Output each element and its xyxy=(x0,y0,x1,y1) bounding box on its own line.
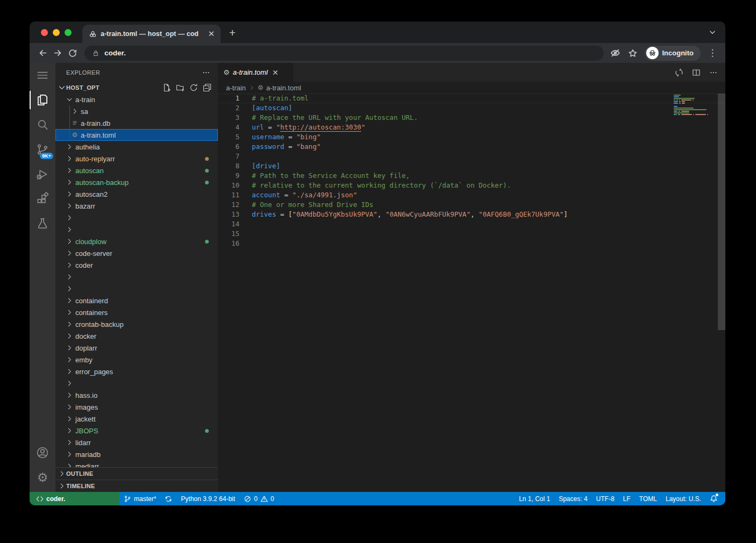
code-line-4[interactable]: 4url = "http://autoscan:3030" xyxy=(218,123,725,132)
tree-item-docker[interactable]: docker xyxy=(55,330,218,342)
tree-item-images[interactable]: images xyxy=(55,401,218,413)
editor-tab-close-icon[interactable]: ✕ xyxy=(271,68,280,77)
tree-item-lidarr[interactable]: lidarr xyxy=(55,437,218,448)
tree-item-doplarr[interactable]: doplarr xyxy=(55,342,218,354)
activitybar-testing[interactable] xyxy=(30,211,55,236)
tree-item-autoscan2[interactable]: autoscan2 xyxy=(55,188,218,200)
reload-button[interactable] xyxy=(65,46,80,61)
status-keyboard-layout[interactable]: Layout: U.S. xyxy=(661,492,705,505)
tree-item-JBOPS[interactable]: JBOPS xyxy=(55,425,218,437)
status-python-version[interactable]: Python 3.9.2 64-bit xyxy=(176,492,239,505)
tree-item-crontab-backup[interactable]: crontab-backup xyxy=(55,318,218,330)
folder-section-header[interactable]: HOST_OPT xyxy=(55,82,218,94)
code-line-11[interactable]: 11account = "./sa/4991.json" xyxy=(218,190,725,200)
tree-item-bazarr[interactable]: bazarr xyxy=(55,200,218,212)
tree-item-containerd[interactable]: containerd xyxy=(55,295,218,306)
tree-item-authelia[interactable]: authelia xyxy=(55,141,218,153)
code-line-2[interactable]: 2[autoscan] xyxy=(218,103,725,113)
code-line-6[interactable]: 6password = "bang" xyxy=(218,142,725,152)
code-line-5[interactable]: 5username = "bing" xyxy=(218,132,725,142)
status-notifications[interactable] xyxy=(705,492,722,505)
status-remote-host[interactable]: coder. xyxy=(30,492,119,505)
tree-item-code-server[interactable]: code-server xyxy=(55,247,218,259)
status-language-mode[interactable]: TOML xyxy=(635,492,661,505)
back-button[interactable] xyxy=(35,46,50,61)
status-indentation[interactable]: Spaces: 4 xyxy=(554,492,591,505)
new-folder-icon[interactable] xyxy=(176,83,185,92)
status-sync[interactable] xyxy=(160,492,176,505)
tree-item-a-train.toml[interactable]: ⚙a-train.toml xyxy=(55,129,218,141)
status-encoding[interactable]: UTF-8 xyxy=(592,492,619,505)
forward-button[interactable] xyxy=(50,46,65,61)
code-line-8[interactable]: 8[drive] xyxy=(218,161,725,171)
activitybar-account[interactable] xyxy=(30,440,55,465)
editor-scrollbar[interactable] xyxy=(718,94,725,330)
editor-tab[interactable]: ⚙ a-train.toml ✕ xyxy=(218,63,293,82)
tree-item-a-train.db[interactable]: a-train.db xyxy=(55,117,218,129)
outline-panel-header[interactable]: OUTLINE xyxy=(55,467,218,480)
breadcrumb-file[interactable]: a-train.toml xyxy=(266,84,301,92)
tree-item-mariadb[interactable]: mariadb xyxy=(55,448,218,460)
browser-tab[interactable]: a-train.toml — host_opt — cod ✕ xyxy=(82,25,221,43)
status-problems[interactable]: 00 xyxy=(239,492,278,505)
tree-item-sa[interactable]: sa xyxy=(55,105,218,117)
collapse-all-icon[interactable] xyxy=(203,83,211,92)
code-line-10[interactable]: 10# relative to the current working dire… xyxy=(218,181,725,190)
activitybar-menu[interactable] xyxy=(30,63,55,88)
new-tab-button[interactable]: + xyxy=(225,25,240,40)
activitybar-source-control[interactable]: 9K+ xyxy=(30,137,55,162)
status-cursor-position[interactable]: Ln 1, Col 1 xyxy=(514,492,554,505)
tab-close-icon[interactable]: ✕ xyxy=(206,29,216,39)
tree-item[interactable] xyxy=(55,377,218,389)
activitybar-settings[interactable]: ⚙ xyxy=(30,465,55,490)
minimize-window-button[interactable] xyxy=(53,29,60,36)
tab-search-chevron-icon[interactable] xyxy=(708,28,717,37)
bookmark-star-icon[interactable] xyxy=(625,46,640,61)
code-line-12[interactable]: 12# One or more Shared Drive IDs xyxy=(218,200,725,210)
split-editor-icon[interactable] xyxy=(692,68,701,77)
tree-item-hass.io[interactable]: hass.io xyxy=(55,389,218,401)
browser-menu-icon[interactable]: ⋮ xyxy=(705,46,720,61)
tree-item-cloudplow[interactable]: cloudplow xyxy=(55,235,218,247)
status-git-branch[interactable]: master* xyxy=(119,492,160,505)
tree-item-coder[interactable]: coder xyxy=(55,259,218,271)
tree-item-emby[interactable]: emby xyxy=(55,354,218,366)
tree-item[interactable] xyxy=(55,212,218,224)
refresh-icon[interactable] xyxy=(189,83,198,92)
code-line-13[interactable]: 13drives = ["0AMdbDu5YgKbsUk9PVA", "0AN6… xyxy=(218,210,725,219)
open-changes-icon[interactable] xyxy=(675,68,683,77)
status-eol[interactable]: LF xyxy=(619,492,635,505)
close-window-button[interactable] xyxy=(41,29,48,36)
tree-item-auto-replyarr[interactable]: auto-replyarr xyxy=(55,153,218,165)
tree-item-a-train[interactable]: a-train xyxy=(55,94,218,105)
editor-more-actions-icon[interactable] xyxy=(709,68,718,77)
code-editor[interactable]: 1# a-train.toml2[autoscan]3# Replace the… xyxy=(218,94,725,492)
code-line-16[interactable]: 16 xyxy=(218,239,725,248)
code-line-15[interactable]: 15 xyxy=(218,229,725,239)
tree-item[interactable] xyxy=(55,224,218,235)
tree-item[interactable] xyxy=(55,283,218,295)
code-line-9[interactable]: 9# Path to the Service Account key file, xyxy=(218,171,725,181)
tree-item-containers[interactable]: containers xyxy=(55,306,218,318)
code-line-3[interactable]: 3# Replace the URL with your Autoscan UR… xyxy=(218,113,725,123)
timeline-panel-header[interactable]: TIMELINE xyxy=(55,480,218,492)
tree-item-autoscan[interactable]: autoscan xyxy=(55,165,218,176)
maximize-window-button[interactable] xyxy=(65,29,72,36)
address-bar[interactable]: coder. xyxy=(84,46,604,61)
tree-item-jackett[interactable]: jackett xyxy=(55,413,218,425)
code-line-7[interactable]: 7 xyxy=(218,152,725,161)
new-file-icon[interactable] xyxy=(162,83,171,92)
tree-item-error_pages[interactable]: error_pages xyxy=(55,366,218,377)
activitybar-extensions[interactable] xyxy=(30,187,55,211)
tree-item[interactable] xyxy=(55,271,218,283)
explorer-more-icon[interactable] xyxy=(202,68,210,77)
activitybar-search[interactable] xyxy=(30,112,55,137)
minimap[interactable] xyxy=(674,95,717,120)
tree-item-mediarr[interactable]: mediarr xyxy=(55,460,218,467)
code-line-1[interactable]: 1# a-train.toml xyxy=(218,94,725,103)
eye-off-icon[interactable] xyxy=(608,46,623,61)
code-line-14[interactable]: 14 xyxy=(218,219,725,229)
activitybar-explorer[interactable] xyxy=(30,88,55,112)
activitybar-run-debug[interactable] xyxy=(30,162,55,187)
breadcrumb-folder[interactable]: a-train xyxy=(226,84,246,92)
